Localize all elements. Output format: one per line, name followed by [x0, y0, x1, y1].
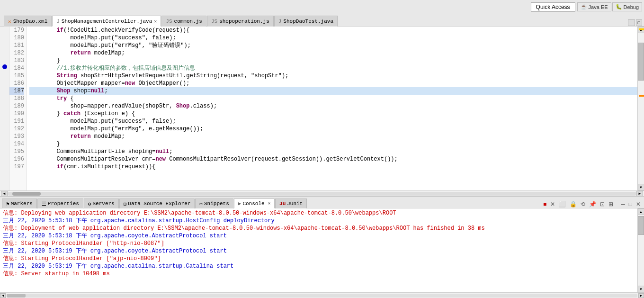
- code-line-188[interactable]: try {: [29, 95, 637, 102]
- console-hscroll-left[interactable]: ◀: [0, 293, 6, 298]
- code-line-190[interactable]: } catch (Exception e) {: [29, 110, 637, 117]
- console-icon: ▶: [238, 200, 242, 207]
- console-track[interactable]: [638, 215, 644, 286]
- terminate-button[interactable]: ■: [542, 200, 548, 208]
- remove-button[interactable]: ✕: [549, 200, 556, 208]
- layout-button[interactable]: ⊞: [607, 200, 615, 208]
- code-line-191[interactable]: modelMap.put("success", false);: [29, 117, 637, 125]
- code-line-189[interactable]: shop=mapper.readValue(shopStr, Shop.clas…: [29, 102, 637, 110]
- code-line-194[interactable]: }: [29, 140, 637, 148]
- code-line-180[interactable]: modelMap.put("success", false);: [29, 34, 637, 42]
- tab-properties[interactable]: ☰ Properties: [37, 199, 83, 208]
- console-close-icon[interactable]: ✕: [268, 201, 270, 206]
- tab-markers[interactable]: ⚑ Markers: [2, 199, 37, 208]
- console-line: 信息: Deployment of web application direct…: [3, 225, 635, 232]
- main-layout: 1791801811821831841851861871881891901911…: [0, 27, 644, 298]
- clear-button[interactable]: ⬜: [557, 200, 567, 208]
- code-line-187[interactable]: Shop shop=null;: [29, 87, 637, 95]
- tab-snippets[interactable]: ✂ Snippets: [195, 199, 233, 208]
- line-numbers: 1791801811821831841851861871881891901911…: [9, 27, 27, 190]
- tab-console[interactable]: ▶ Console ✕: [234, 199, 275, 208]
- line-number-191: 191: [9, 117, 24, 125]
- console-maximize[interactable]: □: [627, 200, 634, 208]
- code-line-184[interactable]: //1.接收并转化相应的参数，包括店铺信息及图片信息: [29, 64, 637, 72]
- open-console-button[interactable]: ⊡: [599, 200, 606, 208]
- code-line-186[interactable]: ObjectMapper mapper=new ObjectMapper();: [29, 80, 637, 87]
- console-line: 信息: Server startup in 10498 ms: [3, 270, 635, 278]
- editor-plus-bottom: 1791801811821831841851861871881891901911…: [0, 27, 644, 298]
- scroll-track[interactable]: [638, 33, 644, 184]
- xml-icon: ✕: [8, 18, 11, 25]
- js-file-icon2: JS: [211, 18, 217, 24]
- console-minimize[interactable]: ─: [619, 200, 626, 208]
- line-number-182: 182: [9, 49, 24, 57]
- tab-shopoperation-js[interactable]: JS shopoperation.js: [207, 16, 274, 27]
- tab-junit[interactable]: Ju JUnit: [275, 199, 307, 208]
- hscroll-thumb[interactable]: [12, 192, 41, 196]
- line-number-180: 180: [9, 34, 24, 42]
- line-number-184: 184: [9, 64, 24, 72]
- tab-servers[interactable]: ⚙ Servers: [84, 199, 119, 208]
- console-close[interactable]: ✕: [635, 200, 642, 208]
- code-line-185[interactable]: String shopStr=HttpServletRequestUtil.ge…: [29, 72, 637, 80]
- debug-icon: 🐛: [616, 4, 622, 10]
- code-line-195[interactable]: CommonsMultipartFile shopImg=null;: [29, 148, 637, 155]
- word-wrap-button[interactable]: ⟲: [579, 200, 587, 208]
- line-number-179: 179: [9, 27, 24, 34]
- code-line-193[interactable]: return modelMap;: [29, 133, 637, 140]
- tab-shopdaotest-java[interactable]: J ShopDaoTest.java: [274, 16, 338, 27]
- line-number-193: 193: [9, 133, 24, 140]
- code-line-183[interactable]: }: [29, 57, 637, 64]
- editor-hscrollbar[interactable]: ◀ ▶: [0, 190, 644, 196]
- code-line-196[interactable]: CommonsMultipartResolver cmr=new Commons…: [29, 155, 637, 163]
- scroll-thumb[interactable]: [638, 43, 644, 81]
- line-number-196: 196: [9, 155, 24, 163]
- console-hscroll-right[interactable]: ▶: [638, 293, 644, 298]
- hscroll-right-arrow[interactable]: ▶: [636, 191, 643, 197]
- tab-datasource[interactable]: ⊞ Data Source Explorer: [119, 199, 195, 208]
- js-file-icon: JS: [166, 18, 172, 24]
- hscroll-left-arrow[interactable]: ◀: [1, 191, 8, 197]
- console-line: 三月 22, 2020 5:53:18 下午 org.apache.catali…: [3, 217, 635, 225]
- code-line-192[interactable]: modelMap.put("errMsg", e.getMessage());: [29, 125, 637, 133]
- vertical-scrollbar[interactable]: ▲ ▼: [637, 27, 644, 190]
- tab-common-js[interactable]: JS common.js: [161, 16, 206, 27]
- code-content[interactable]: if(!CodeUtil.checkVerifyCode(request)){ …: [27, 27, 637, 190]
- scroll-lock-button[interactable]: 🔒: [568, 200, 578, 208]
- console-output: 信息: Deploying web application directory …: [0, 208, 637, 292]
- editor-minimize-button[interactable]: ─: [628, 19, 635, 26]
- java-file-icon: J: [56, 18, 60, 24]
- console-hscroll-track[interactable]: [7, 294, 637, 298]
- console-actions: ■ ✕ ⬜ 🔒 ⟲ 📌 ⊡ ⊞ ─ □ ✕: [542, 200, 644, 208]
- line-number-183: 183: [9, 57, 24, 64]
- code-line-182[interactable]: return modelMap;: [29, 49, 637, 57]
- tab-close-icon[interactable]: ✕: [154, 18, 157, 24]
- console-line: 三月 22, 2020 5:53:19 下午 org.apache.catali…: [3, 262, 635, 270]
- editor-maximize-button[interactable]: □: [636, 19, 642, 26]
- code-line-181[interactable]: modelMap.put("errMsg", "验证码错误");: [29, 42, 637, 49]
- pin-button[interactable]: 📌: [588, 200, 598, 208]
- code-line-179[interactable]: if(!CodeUtil.checkVerifyCode(request)){: [29, 27, 637, 34]
- line-number-195: 195: [9, 148, 24, 155]
- line-number-187: 187: [9, 87, 24, 95]
- console-hscrollbar[interactable]: ◀ ▶: [0, 292, 644, 298]
- scroll-down-arrow[interactable]: ▼: [638, 184, 644, 190]
- overview-mark-orange: [639, 95, 644, 97]
- top-bar: Quick Access ☕ Java EE 🐛 Debug: [0, 0, 644, 14]
- debug-button[interactable]: 🐛 Debug: [612, 2, 642, 11]
- console-thumb[interactable]: [638, 216, 644, 235]
- java-ee-button[interactable]: ☕ Java EE: [577, 2, 611, 11]
- console-hscroll-thumb[interactable]: [7, 294, 26, 298]
- line-number-186: 186: [9, 80, 24, 87]
- quick-access-button[interactable]: Quick Access: [531, 2, 575, 12]
- console-vscrollbar[interactable]: ▲ ▼: [637, 208, 644, 292]
- snippets-icon: ✂: [199, 201, 203, 207]
- console-scroll-down[interactable]: ▼: [638, 286, 644, 292]
- code-line-197[interactable]: if(cmr.isMultipart(request)){: [29, 163, 637, 171]
- code-editor[interactable]: if(!CodeUtil.checkVerifyCode(request)){ …: [27, 27, 637, 190]
- tab-shopdao-xml[interactable]: ✕ ShopDao.xml: [4, 16, 52, 27]
- tab-shopmanagement-controller[interactable]: J ShopManagementController.java ✕: [52, 16, 161, 27]
- console-scroll-up[interactable]: ▲: [638, 208, 644, 215]
- line-number-192: 192: [9, 125, 24, 133]
- hscroll-track[interactable]: [8, 192, 636, 196]
